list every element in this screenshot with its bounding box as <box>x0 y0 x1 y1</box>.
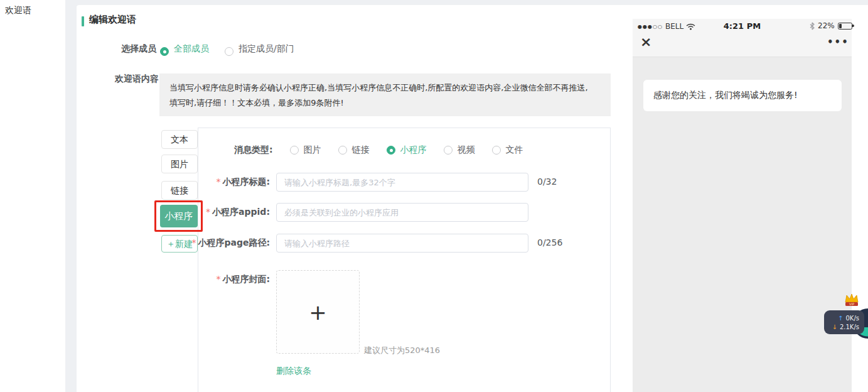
left-sidebar: 欢迎语 <box>0 0 65 392</box>
msgtype-option-file[interactable]: 文件 <box>492 144 523 156</box>
tab-text[interactable]: 文本 <box>161 130 198 149</box>
member-select-label: 选择成员 <box>121 43 156 55</box>
radio-all-members[interactable] <box>160 45 169 57</box>
pagepath-counter: 0/256 <box>537 237 562 248</box>
warning-line-1: 当填写小程序信息时请务必确认小程序正确,当填写小程序信息不正确时,所配置的欢迎语… <box>169 80 601 95</box>
radio-specified-members-label[interactable]: 指定成员/部门 <box>238 43 294 55</box>
sidebar-item-welcome-message[interactable]: 欢迎语 <box>5 5 31 16</box>
app-window: 欢迎语 编辑欢迎语 选择成员 全部成员 指定成员/部门 欢迎语内容 当填写小程序… <box>0 0 868 392</box>
page-title: 编辑欢迎语 <box>89 14 136 26</box>
miniprogram-title-input[interactable] <box>276 173 528 192</box>
radio-circle-icon <box>290 146 299 155</box>
cover-upload-box[interactable]: + <box>276 270 360 354</box>
more-options-icon[interactable]: ••• <box>827 36 849 48</box>
required-asterisk: * <box>216 274 220 284</box>
radio-circle-icon <box>492 146 501 155</box>
field-title-label: *小程序标题: <box>151 177 270 188</box>
warning-line-2: 填写时,请仔细！！文本必填，最多添加9条附件! <box>169 95 601 111</box>
msgtype-option-video[interactable]: 视频 <box>444 144 475 156</box>
vip-crown-icon: VIP <box>844 293 860 308</box>
radio-dot-icon <box>387 146 395 155</box>
close-icon[interactable]: × <box>640 35 651 49</box>
delete-entry-link[interactable]: 删除该条 <box>276 366 311 377</box>
radio-dot-icon <box>160 47 169 56</box>
content-label: 欢迎语内容 <box>115 74 159 85</box>
radio-specified-members[interactable] <box>225 45 233 57</box>
tab-image[interactable]: 图片 <box>161 155 198 173</box>
msgtype-option-image[interactable]: 图片 <box>290 144 321 156</box>
miniprogram-pagepath-input[interactable] <box>276 234 528 253</box>
section-accent-bar <box>82 16 84 26</box>
upload-speed-row: ↑ 0K/s <box>829 314 859 322</box>
radio-circle-icon <box>444 146 453 155</box>
message-type-row: 消息类型: 图片 链接 小程序 视频 文件 <box>234 144 523 156</box>
bluetooth-icon <box>810 22 815 30</box>
upload-speed-value: 0K/s <box>846 314 860 322</box>
phone-battery-cluster: 22% <box>810 21 852 31</box>
download-speed-value: 2.1K/s <box>840 323 859 331</box>
msgtype-option-miniprogram[interactable]: 小程序 <box>387 144 427 156</box>
field-pagepath-label: *小程序page路径: <box>151 237 270 249</box>
warning-notice: 当填写小程序信息时请务必确认小程序正确,当填写小程序信息不正确时,所配置的欢迎语… <box>159 74 611 116</box>
title-counter: 0/32 <box>537 177 557 187</box>
msgtype-option-link[interactable]: 链接 <box>338 144 370 156</box>
cover-size-hint: 建议尺寸为520*416 <box>364 345 440 356</box>
radio-circle-icon <box>225 47 233 56</box>
radio-all-members-label[interactable]: 全部成员 <box>174 43 209 55</box>
message-type-label: 消息类型: <box>234 144 273 156</box>
down-arrow-icon: ↓ <box>832 323 837 331</box>
radio-circle-icon <box>338 146 347 155</box>
miniprogram-appid-input[interactable] <box>276 203 528 222</box>
field-appid-label: *小程序appid: <box>151 207 270 218</box>
plus-icon: + <box>309 302 327 323</box>
download-speed-row: ↓ 2.1K/s <box>829 323 859 331</box>
welcome-message-bubble: 感谢您的关注，我们将竭诚为您服务! <box>643 80 842 111</box>
battery-percent: 22% <box>818 21 835 30</box>
up-arrow-icon: ↑ <box>838 314 843 322</box>
svg-text:VIP: VIP <box>849 302 854 306</box>
required-asterisk: * <box>191 237 196 248</box>
battery-icon <box>838 23 852 30</box>
network-speed-widget[interactable]: ↑ 0K/s ↓ 2.1K/s <box>824 310 864 334</box>
required-asterisk: * <box>206 207 210 217</box>
required-asterisk: * <box>216 177 220 187</box>
field-cover-label: *小程序封面: <box>151 274 270 285</box>
